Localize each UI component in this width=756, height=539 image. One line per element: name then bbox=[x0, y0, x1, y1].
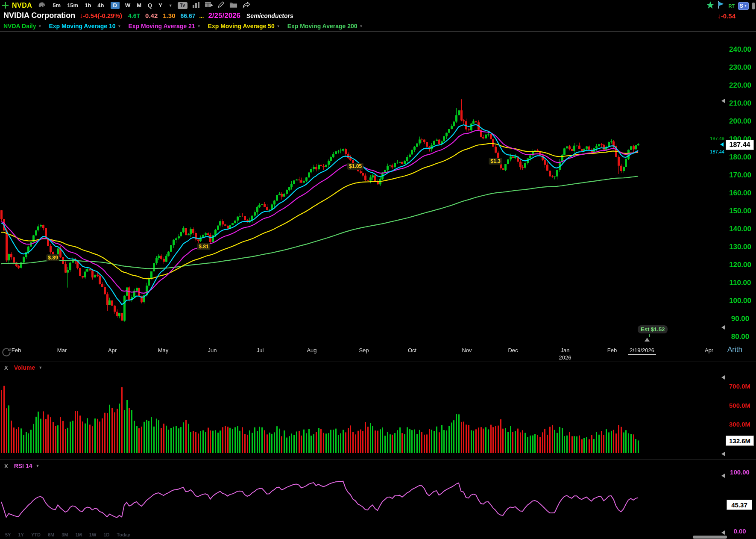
pane-separator[interactable] bbox=[0, 459, 756, 460]
quote-stat-2: 1.30 bbox=[163, 12, 175, 19]
dividend-marker[interactable]: $1.3 bbox=[489, 158, 502, 165]
timeframe-4h[interactable]: 4h bbox=[97, 2, 104, 9]
caret-down-icon: ▼ bbox=[360, 24, 363, 28]
indicator-dropdown-2[interactable]: Exp Moving Average 21▼ bbox=[129, 23, 201, 29]
indicator-dropdown-0[interactable]: NVDA Daily▼ bbox=[3, 23, 41, 29]
timeframe-Q[interactable]: Q bbox=[148, 2, 152, 9]
price-tick: 210.00 bbox=[727, 99, 753, 108]
stream-badge[interactable]: S▼ bbox=[738, 2, 749, 10]
calculator-icon[interactable] bbox=[205, 1, 213, 10]
range-button-1m[interactable]: 1M bbox=[76, 532, 82, 537]
realtime-badge: RT bbox=[728, 3, 735, 9]
price-tick: 110.00 bbox=[727, 279, 753, 287]
reload-chart-icon[interactable] bbox=[1, 346, 12, 360]
date-marker[interactable]: 2/19/2026 bbox=[628, 347, 656, 355]
price-tick: 140.00 bbox=[727, 225, 753, 233]
bar-chart-icon[interactable] bbox=[192, 1, 200, 10]
volume-title[interactable]: Volume bbox=[14, 364, 35, 371]
range-button-1d[interactable]: 1D bbox=[103, 532, 109, 537]
range-button-6m[interactable]: 6M bbox=[48, 532, 54, 537]
pencil-icon[interactable] bbox=[217, 1, 225, 10]
month-tick: May bbox=[148, 347, 179, 353]
favorite-star-icon[interactable] bbox=[706, 1, 714, 10]
rsi-tick: 0.00 bbox=[726, 527, 753, 535]
timeframe-caret-icon[interactable]: ▼ bbox=[169, 3, 173, 8]
folder-icon[interactable] bbox=[229, 1, 237, 10]
timeframe-5m[interactable]: 5m bbox=[53, 2, 61, 9]
indicator-label: Exp Moving Average 200 bbox=[287, 23, 357, 29]
rsi-title[interactable]: RSI 14 bbox=[14, 462, 32, 469]
dividend-marker[interactable]: $1.05 bbox=[347, 163, 363, 170]
caret-down-icon: ▼ bbox=[38, 24, 42, 28]
add-symbol-icon[interactable] bbox=[2, 2, 9, 9]
rsi-high-marker bbox=[721, 474, 725, 478]
price-tick: 180.00 bbox=[727, 153, 753, 162]
month-tick: Oct bbox=[397, 347, 428, 353]
price-tick: 240.00 bbox=[727, 45, 753, 54]
volume-caret-icon[interactable]: ▼ bbox=[38, 365, 42, 370]
range-button-3m[interactable]: 3M bbox=[62, 532, 68, 537]
rsi-close-button[interactable]: X bbox=[4, 463, 8, 469]
chart-canvas[interactable] bbox=[0, 0, 756, 539]
range-buttons: 5Y1YYTD6M3M1M1W1DToday bbox=[5, 532, 130, 537]
symbol-label[interactable]: NVDA bbox=[12, 2, 32, 9]
indicator-label: Exp Moving Average 10 bbox=[49, 23, 115, 29]
range-button-5y[interactable]: 5Y bbox=[5, 532, 11, 537]
market-cap: 4.6T bbox=[128, 12, 140, 19]
timeframe-M[interactable]: M bbox=[137, 2, 141, 9]
volume-tick: 500.0M bbox=[726, 402, 753, 409]
range-button-1w[interactable]: 1W bbox=[89, 532, 97, 537]
scale-mode-label[interactable]: Arith bbox=[727, 345, 742, 354]
earnings-estimate-label[interactable]: Est $1.52 bbox=[638, 325, 668, 333]
price-change: -0.54 bbox=[83, 12, 97, 19]
month-tick: Jul bbox=[245, 347, 275, 353]
quote-bar: NVIDIA Corporation ↓ -0.54 (-0.29%) 4.6T… bbox=[3, 11, 293, 21]
price-tick: 220.00 bbox=[727, 81, 753, 90]
price-tick: 150.00 bbox=[727, 207, 753, 215]
flag-icon[interactable] bbox=[718, 1, 725, 11]
dividend-marker[interactable]: $.89 bbox=[46, 254, 59, 261]
dividend-marker[interactable]: $.81 bbox=[197, 243, 210, 250]
timeframe-Y[interactable]: Y bbox=[158, 2, 162, 9]
clipped-toolbar-icon[interactable] bbox=[752, 3, 755, 9]
volume-tick: 300.0M bbox=[726, 421, 753, 428]
rsi-tick: 100.00 bbox=[726, 468, 753, 476]
main-toolbar: NVDA 5m15m1h4hDWMQY ▼ Tv RT S▼ bbox=[0, 0, 756, 11]
range-button-1y[interactable]: 1Y bbox=[18, 532, 23, 537]
month-tick: Nov bbox=[451, 347, 482, 353]
rsi-value-tag: 45.37 bbox=[727, 500, 752, 510]
timeframe-W[interactable]: W bbox=[125, 2, 130, 9]
month-tick: Aug bbox=[296, 347, 327, 353]
horizontal-scrollbar-thumb[interactable] bbox=[693, 536, 727, 539]
caret-down-icon: ▼ bbox=[118, 24, 121, 28]
quote-ellipsis[interactable]: ... bbox=[199, 13, 204, 19]
date-marker-arrow-icon bbox=[645, 338, 650, 342]
elephant-icon[interactable] bbox=[37, 1, 47, 10]
caret-down-icon: ▼ bbox=[197, 24, 201, 28]
range-button-today[interactable]: Today bbox=[117, 532, 130, 537]
timeframe-15m[interactable]: 15m bbox=[67, 2, 78, 9]
change-badge-right: ↓-0.54 bbox=[718, 12, 735, 20]
rsi-caret-icon[interactable]: ▼ bbox=[35, 464, 39, 468]
indicator-dropdown-1[interactable]: Exp Moving Average 10▼ bbox=[49, 23, 121, 29]
quote-stat-3: 66.67 bbox=[180, 12, 195, 19]
indicator-dropdown-3[interactable]: Exp Moving Average 50▼ bbox=[208, 23, 280, 29]
tradingview-icon[interactable]: Tv bbox=[178, 2, 188, 9]
timeframe-D[interactable]: D bbox=[111, 2, 120, 9]
down-arrow-icon: ↓ bbox=[79, 12, 83, 20]
range-button-ytd[interactable]: YTD bbox=[31, 532, 41, 537]
rsi-pane-header: X RSI 14 ▼ bbox=[4, 462, 39, 469]
price-tick: 130.00 bbox=[727, 243, 753, 251]
volume-close-button[interactable]: X bbox=[4, 365, 8, 371]
bid-price-small: 187.44 bbox=[696, 149, 724, 154]
month-tick: Feb bbox=[597, 347, 627, 353]
price-tick: 100.00 bbox=[727, 297, 753, 305]
indicator-dropdown-4[interactable]: Exp Moving Average 200▼ bbox=[287, 23, 363, 29]
month-tick: Apr bbox=[97, 347, 128, 353]
pane-separator[interactable] bbox=[0, 362, 756, 362]
timeframe-1h[interactable]: 1h bbox=[85, 2, 91, 9]
price-tick: 90.00 bbox=[727, 315, 753, 323]
stream-badge-letter: S bbox=[740, 3, 743, 9]
indicator-label: Exp Moving Average 21 bbox=[129, 23, 195, 29]
share-icon[interactable] bbox=[242, 1, 251, 10]
